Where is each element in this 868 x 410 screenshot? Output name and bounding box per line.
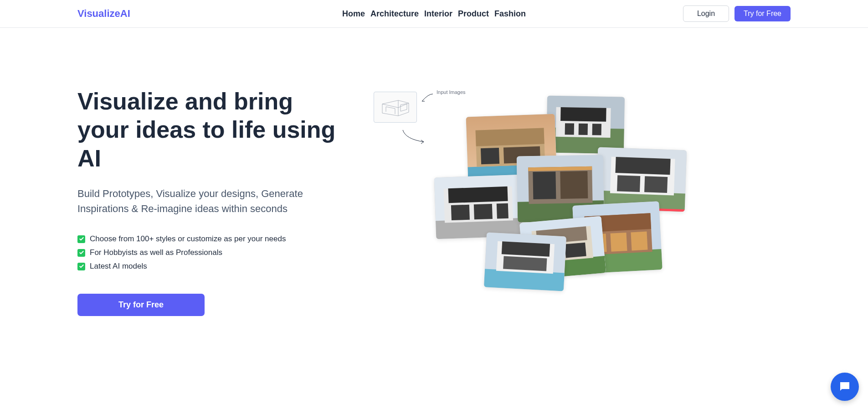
feature-item: Latest AI models — [77, 262, 351, 271]
svg-rect-29 — [448, 187, 508, 203]
try-free-cta-button[interactable]: Try for Free — [77, 294, 205, 316]
generated-image — [484, 233, 566, 291]
svg-rect-49 — [502, 241, 550, 256]
header: VisualizeAI Home Architecture Interior P… — [0, 0, 868, 28]
nav-home[interactable]: Home — [342, 9, 365, 19]
svg-rect-3 — [560, 107, 606, 122]
header-actions: Login Try for Free — [683, 5, 791, 22]
checkmark-icon — [77, 235, 85, 243]
svg-rect-50 — [503, 256, 547, 271]
try-free-header-button[interactable]: Try for Free — [734, 6, 791, 21]
generated-image — [546, 96, 625, 154]
feature-text: Choose from 100+ styles or customize as … — [90, 234, 286, 244]
svg-rect-32 — [497, 203, 508, 219]
login-button[interactable]: Login — [683, 5, 729, 22]
svg-rect-23 — [533, 171, 556, 199]
svg-rect-10 — [476, 128, 544, 146]
svg-rect-6 — [592, 124, 601, 135]
feature-item: Choose from 100+ styles or customize as … — [77, 234, 351, 244]
hero-visual: Input Images — [369, 87, 791, 316]
svg-rect-17 — [617, 175, 640, 192]
nav-product[interactable]: Product — [458, 9, 489, 19]
svg-rect-31 — [474, 204, 493, 219]
feature-item: For Hobbyists as well as Professionals — [77, 248, 351, 257]
svg-rect-38 — [610, 233, 627, 252]
nav-fashion[interactable]: Fashion — [494, 9, 526, 19]
logo[interactable]: VisualizeAI — [77, 8, 130, 20]
svg-rect-39 — [631, 232, 647, 251]
image-collage — [406, 96, 661, 288]
svg-rect-24 — [560, 171, 588, 199]
svg-rect-16 — [615, 157, 670, 175]
generated-image — [434, 175, 523, 239]
svg-rect-4 — [565, 123, 574, 135]
hero-section: Visualize and bring your ideas to life u… — [0, 28, 868, 343]
nav-interior[interactable]: Interior — [424, 9, 452, 19]
feature-text: Latest AI models — [90, 262, 147, 271]
svg-rect-18 — [644, 176, 668, 193]
svg-rect-45 — [565, 243, 586, 258]
checkmark-icon — [77, 263, 85, 270]
svg-rect-30 — [451, 205, 470, 220]
feature-text: For Hobbyists as well as Professionals — [90, 248, 222, 257]
svg-rect-5 — [579, 124, 588, 135]
hero-title: Visualize and bring your ideas to life u… — [77, 87, 351, 172]
nav-architecture[interactable]: Architecture — [370, 9, 419, 19]
main-nav: Home Architecture Interior Product Fashi… — [342, 9, 526, 19]
feature-list: Choose from 100+ styles or customize as … — [77, 234, 351, 271]
hero-subtitle: Build Prototypes, Visualize your designs… — [77, 186, 314, 216]
svg-rect-11 — [481, 148, 499, 164]
hero-content: Visualize and bring your ideas to life u… — [77, 87, 351, 316]
checkmark-icon — [77, 249, 85, 257]
input-images-label: Input Images — [437, 89, 466, 95]
